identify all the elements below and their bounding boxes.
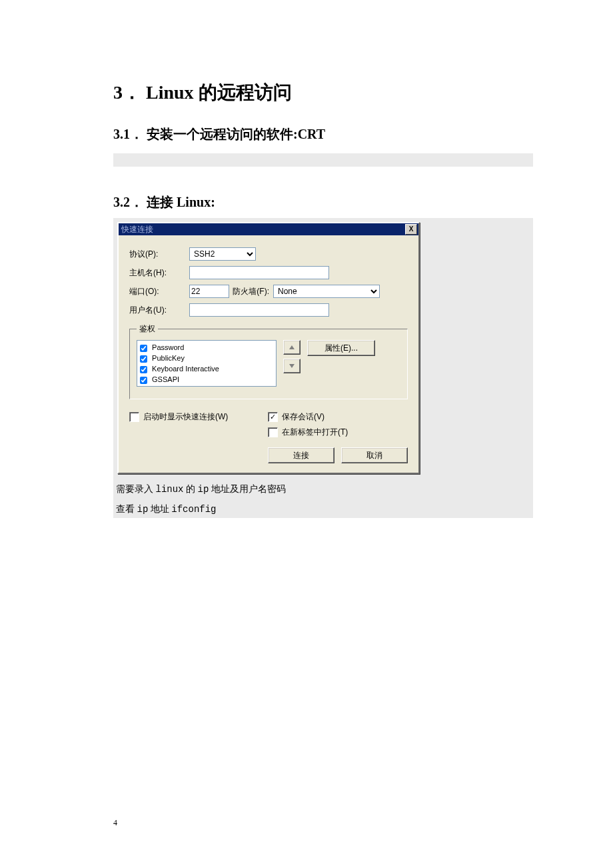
auth-password-label: Password [152, 343, 184, 351]
port-input[interactable] [189, 285, 229, 298]
page-number: 4 [113, 818, 117, 828]
cancel-button[interactable]: 取消 [341, 447, 408, 463]
auth-gssapi-row[interactable]: GSSAPI [140, 374, 273, 385]
save-session-checkbox[interactable] [268, 412, 278, 422]
show-on-start-label: 启动时显示快速连接(W) [143, 411, 228, 423]
auth-gssapi-label: GSSAPI [152, 375, 179, 383]
connect-button[interactable]: 连接 [268, 447, 334, 463]
move-down-icon[interactable] [283, 359, 301, 373]
note-line-2: 查看 ip 地址 ifconfig [113, 498, 533, 518]
auth-keyboard-checkbox[interactable] [140, 366, 147, 373]
open-in-tab-checkbox[interactable] [268, 427, 278, 437]
dialog-title: 快速连接 [121, 224, 153, 235]
gray-banner-placeholder [113, 153, 533, 167]
properties-button[interactable]: 属性(E)... [307, 340, 375, 356]
close-icon[interactable]: X [405, 224, 417, 235]
open-in-tab-row[interactable]: 在新标签中打开(T) [268, 427, 348, 438]
protocol-select[interactable]: SSH2 [189, 247, 256, 261]
svg-marker-1 [289, 364, 295, 368]
auth-password-row[interactable]: Password [140, 342, 273, 353]
firewall-select[interactable]: None [273, 285, 380, 298]
auth-fieldset: 鉴权 Password PublicKey [129, 323, 408, 399]
example-block: 快速连接 X 协议(P): SSH2 主机名(H): 端 [113, 218, 533, 518]
auth-publickey-label: PublicKey [152, 354, 185, 362]
save-session-label: 保存会话(V) [282, 411, 324, 423]
port-label: 端口(O): [129, 286, 189, 297]
username-label: 用户名(U): [129, 305, 189, 316]
protocol-label: 协议(P): [129, 249, 189, 260]
hostname-label: 主机名(H): [129, 267, 189, 279]
auth-publickey-row[interactable]: PublicKey [140, 353, 273, 363]
show-on-start-row[interactable]: 启动时显示快速连接(W) [129, 411, 228, 423]
auth-publickey-checkbox[interactable] [140, 355, 147, 363]
auth-legend: 鉴权 [137, 323, 158, 335]
svg-marker-0 [289, 345, 295, 349]
heading-section-3-2: 3.2． 连接 Linux: [113, 193, 533, 211]
auth-methods-list[interactable]: Password PublicKey Keyboard Interactive [137, 340, 277, 387]
heading-chapter: 3． Linux 的远程访问 [113, 80, 533, 105]
note-line-1: 需要录入 linux 的 ip 地址及用户名密码 [113, 478, 533, 498]
auth-password-checkbox[interactable] [140, 345, 147, 352]
auth-keyboard-row[interactable]: Keyboard Interactive [140, 363, 273, 374]
dialog-titlebar: 快速连接 X [119, 223, 418, 235]
quick-connect-dialog: 快速连接 X 协议(P): SSH2 主机名(H): 端 [117, 222, 420, 474]
username-input[interactable] [189, 303, 329, 317]
firewall-label: 防火墙(F): [229, 286, 273, 297]
save-session-row[interactable]: 保存会话(V) [268, 411, 324, 423]
hostname-input[interactable] [189, 266, 329, 279]
move-up-icon[interactable] [283, 340, 301, 355]
heading-section-3-1: 3.1． 安装一个远程访问的软件:CRT [113, 125, 533, 143]
auth-keyboard-label: Keyboard Interactive [152, 365, 219, 373]
open-in-tab-label: 在新标签中打开(T) [282, 427, 348, 438]
show-on-start-checkbox[interactable] [129, 412, 139, 422]
auth-gssapi-checkbox[interactable] [140, 377, 147, 384]
